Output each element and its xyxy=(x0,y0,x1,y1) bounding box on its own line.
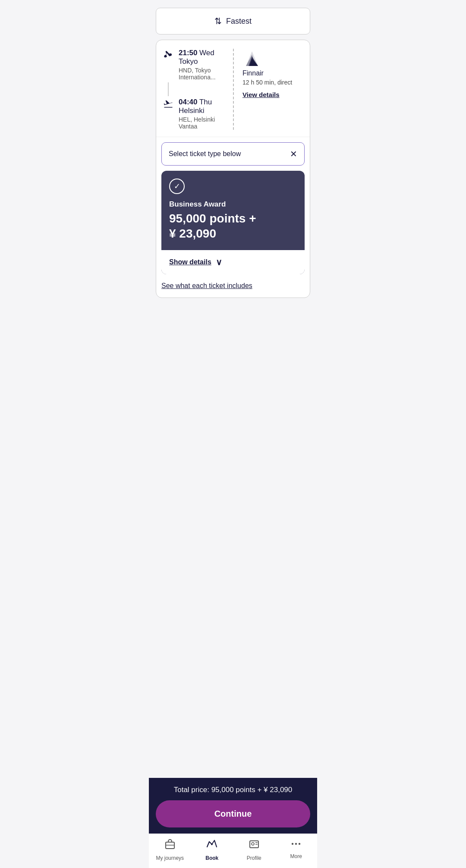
total-price-bar: Total price: 95,000 points + ¥ 23,090 Co… xyxy=(149,778,317,834)
departure-time: 21:50 xyxy=(179,49,197,57)
ticket-options: ✓ Business Award 95,000 points + ¥ 23,09… xyxy=(156,166,310,274)
view-details-link[interactable]: View details xyxy=(242,91,303,98)
show-details-link: Show details xyxy=(169,258,211,266)
close-banner-button[interactable]: ✕ xyxy=(290,149,297,159)
sort-fastest-button[interactable]: ⇅ Fastest xyxy=(156,8,310,34)
nav-item-my-journeys[interactable]: My journeys xyxy=(149,838,191,861)
bottom-nav: My journeys Book Profile xyxy=(149,834,317,868)
nav-label-book: Book xyxy=(205,855,218,861)
takeoff-icon xyxy=(163,50,174,63)
nav-label-more: More xyxy=(290,853,302,859)
flight-times: 21:50 Wed Tokyo HND, Tokyo Internationa.… xyxy=(163,49,224,130)
svg-point-6 xyxy=(211,843,213,845)
sort-icon: ⇅ xyxy=(214,16,222,26)
my-journeys-icon xyxy=(164,838,176,853)
flight-divider xyxy=(233,49,234,130)
chevron-down-icon: ∨ xyxy=(216,257,222,267)
vertical-line xyxy=(168,82,169,96)
landing-icon xyxy=(163,99,174,112)
flight-card: 21:50 Wed Tokyo HND, Tokyo Internationa.… xyxy=(156,40,310,298)
arrival-row: 04:40 Thu Helsinki HEL, Helsinki Vantaa xyxy=(163,98,224,130)
see-includes-link[interactable]: See what each ticket includes xyxy=(161,282,252,289)
total-price-text: Total price: 95,000 points + ¥ 23,090 xyxy=(156,786,310,794)
ticket-type-banner: Select ticket type below ✕ xyxy=(161,142,305,166)
svg-point-11 xyxy=(292,843,293,845)
page-wrapper: ⇅ Fastest 21:50 Wed xyxy=(149,0,317,868)
ticket-points: 95,000 points + xyxy=(169,211,297,226)
departure-city: Tokyo xyxy=(179,57,198,66)
book-icon xyxy=(206,838,218,853)
sort-button-wrap: ⇅ Fastest xyxy=(149,0,317,40)
profile-icon xyxy=(248,838,260,853)
continue-button[interactable]: Continue xyxy=(156,800,310,827)
flight-duration: 12 h 50 min, direct xyxy=(242,79,303,86)
nav-label-profile: Profile xyxy=(247,855,261,861)
arrival-time: 04:40 xyxy=(179,98,197,106)
ticket-banner-text: Select ticket type below xyxy=(169,150,241,158)
ticket-price: ¥ 23,090 xyxy=(169,226,297,241)
departure-row: 21:50 Wed Tokyo HND, Tokyo Internationa.… xyxy=(163,49,224,81)
more-icon xyxy=(290,838,302,852)
arrival-airport: HEL, Helsinki Vantaa xyxy=(179,116,224,130)
airline-name: Finnair xyxy=(242,69,303,77)
svg-point-8 xyxy=(252,843,254,845)
airline-info: Finnair 12 h 50 min, direct View details xyxy=(242,49,303,130)
svg-point-13 xyxy=(299,843,300,845)
arrival-city: Helsinki xyxy=(179,107,205,115)
ticket-type-name: Business Award xyxy=(169,200,297,209)
departure-airport: HND, Tokyo Internationa... xyxy=(179,67,224,81)
show-details-footer[interactable]: Show details ∨ xyxy=(161,250,305,274)
departure-day: Wed xyxy=(199,49,214,57)
nav-item-book[interactable]: Book xyxy=(191,838,233,861)
see-includes-wrap: See what each ticket includes xyxy=(156,274,310,298)
arrival-day: Thu xyxy=(199,98,212,106)
nav-item-more[interactable]: More xyxy=(275,838,318,861)
nav-item-profile[interactable]: Profile xyxy=(233,838,275,861)
svg-point-12 xyxy=(295,843,297,845)
flight-info: 21:50 Wed Tokyo HND, Tokyo Internationa.… xyxy=(156,40,310,137)
sort-label: Fastest xyxy=(226,17,252,26)
selected-check: ✓ xyxy=(169,179,185,194)
airline-logo xyxy=(242,50,261,66)
ticket-option-card: ✓ Business Award 95,000 points + ¥ 23,09… xyxy=(161,171,305,274)
checkmark-icon: ✓ xyxy=(174,182,180,191)
nav-label-my-journeys: My journeys xyxy=(156,855,184,861)
